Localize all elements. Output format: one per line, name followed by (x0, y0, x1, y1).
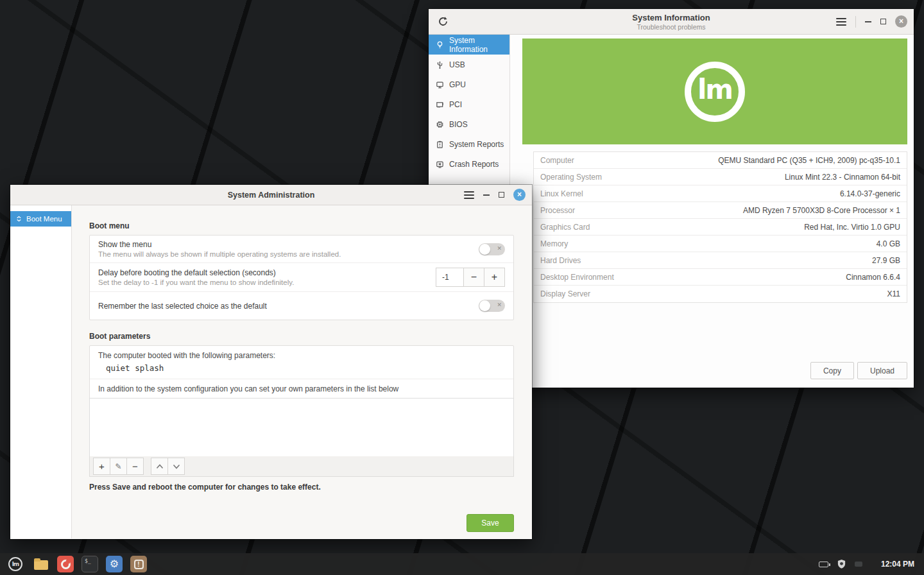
copy-button[interactable]: Copy (810, 362, 854, 379)
sidebar-item-label: USB (449, 60, 465, 69)
table-row: Linux Kernel6.14.0-37-generic (534, 185, 907, 202)
chevron-up-icon (156, 464, 164, 469)
table-row: ProcessorAMD Ryzen 7 5700X3D 8-Core Proc… (534, 202, 907, 219)
sidebar-item-gpu[interactable]: GPU (429, 74, 509, 94)
sysinfo-titlebar[interactable]: System Information Troubleshoot problems… (429, 9, 914, 35)
usb-icon (435, 60, 445, 69)
system-reports-button[interactable]: ! (130, 556, 147, 572)
browser-icon (61, 560, 71, 569)
window-title: System Administration (10, 191, 532, 200)
sidebar-item-system-information[interactable]: System Information (429, 35, 509, 55)
chevron-down-icon (173, 464, 180, 469)
pci-card-icon (435, 99, 445, 109)
toggle-knob (479, 300, 490, 311)
sidebar-item-label: GPU (449, 80, 466, 89)
minimize-button[interactable] (483, 194, 490, 196)
close-button[interactable]: × (513, 189, 526, 201)
boot-parameters-info-box: The computer booted with the following p… (89, 345, 514, 399)
params-description: The computer booted with the following p… (90, 346, 513, 360)
sidebar-item-system-reports[interactable]: System Reports (429, 134, 509, 154)
table-row: Graphics CardRed Hat, Inc. Virtio 1.0 GP… (534, 219, 907, 236)
file-manager-button[interactable] (33, 556, 49, 572)
save-button[interactable]: Save (466, 514, 514, 532)
params-hint: In addition to the system configuration … (90, 379, 513, 399)
mint-logo-icon: lm (8, 557, 22, 571)
up-down-arrows-icon (15, 215, 22, 223)
menu-icon[interactable] (836, 18, 846, 26)
sidebar-item-label: Boot Menu (26, 215, 62, 223)
table-row: Desktop EnvironmentCinnamon 6.6.4 (534, 269, 907, 286)
taskbar: lm $_ ⚙ ! 12:04 PM (0, 553, 924, 575)
delay-value-field[interactable]: -1 (436, 268, 464, 287)
linux-mint-logo-icon: lm (685, 62, 745, 122)
sidebar-item-pci[interactable]: PCI (429, 94, 509, 114)
remove-parameter-button[interactable]: − (126, 458, 144, 475)
show-menu-toggle[interactable]: ✕ (479, 243, 505, 255)
toggle-knob (479, 244, 490, 255)
admin-titlebar[interactable]: System Administration × (10, 185, 532, 205)
maximize-button[interactable] (880, 19, 886, 24)
setting-row-remember: Remember the last selected choice as the… (90, 292, 513, 320)
sidebar-item-label: BIOS (449, 120, 468, 129)
boot-parameters-value: quiet splash (90, 360, 513, 379)
table-row: Operating SystemLinux Mint 22.3 - Cinnam… (534, 169, 907, 185)
table-row: Display ServerX11 (534, 286, 907, 302)
browser-button[interactable] (57, 556, 74, 572)
minimize-button[interactable] (865, 21, 871, 22)
system-info-table: ComputerQEMU Standard PC (Q35 + ICH9, 20… (533, 151, 907, 303)
mint-banner: lm (522, 39, 907, 144)
system-settings-button[interactable]: ⚙ (106, 556, 123, 572)
sidebar-item-label: System Reports (449, 140, 504, 149)
section-header: Boot parameters (89, 332, 150, 341)
remember-choice-toggle[interactable]: ✕ (479, 300, 505, 312)
pencil-icon: ✎ (115, 462, 121, 471)
add-parameter-button[interactable]: + (93, 458, 110, 475)
divider (855, 16, 856, 28)
monitor-icon (435, 80, 445, 89)
upload-button[interactable]: Upload (857, 362, 907, 379)
sidebar-item-label: Crash Reports (449, 160, 499, 169)
sidebar-item-usb[interactable]: USB (429, 55, 509, 74)
sidebar-item-boot-menu[interactable]: Boot Menu (10, 211, 71, 227)
warning-icon: ! (134, 560, 144, 569)
move-up-button[interactable] (151, 458, 168, 475)
delay-spinner: -1 − + (436, 268, 505, 287)
custom-parameters-list[interactable] (89, 398, 514, 457)
battery-icon[interactable] (819, 562, 828, 567)
admin-sidebar: Boot Menu (10, 205, 72, 538)
mint-menu-button[interactable]: lm (6, 554, 25, 574)
terminal-button[interactable]: $_ (81, 556, 98, 572)
menu-icon[interactable] (464, 191, 474, 199)
increment-button[interactable]: + (484, 268, 505, 287)
setting-row-delay: Delay before booting the default selecti… (90, 263, 513, 292)
terminal-icon: $_ (85, 558, 91, 564)
shield-icon[interactable] (837, 559, 846, 569)
table-row: Memory4.0 GB (534, 236, 907, 252)
edit-parameter-button[interactable]: ✎ (110, 458, 127, 475)
maximize-button[interactable] (499, 192, 504, 198)
move-down-button[interactable] (167, 458, 185, 475)
sidebar-item-crash-reports[interactable]: Crash Reports (429, 154, 509, 174)
decrement-button[interactable]: − (464, 268, 484, 287)
admin-content: Boot menu Show the menu The menu will al… (72, 205, 532, 538)
tray-app-icon[interactable] (855, 562, 862, 567)
refresh-button[interactable] (435, 14, 450, 30)
clipboard-icon (435, 139, 445, 149)
table-row: Hard Drives27.9 GB (534, 252, 907, 269)
save-reboot-note: Press Save and reboot the computer for c… (89, 483, 321, 492)
table-row: ComputerQEMU Standard PC (Q35 + ICH9, 20… (534, 152, 907, 169)
crash-screen-icon (435, 159, 445, 169)
close-button[interactable]: × (895, 15, 907, 28)
system-administration-window: System Administration × Boot Menu Boot m… (10, 185, 532, 539)
folder-icon (34, 560, 48, 570)
setting-row-show-menu: Show the menu The menu will always be sh… (90, 236, 513, 263)
section-header: Boot menu (89, 221, 130, 230)
sidebar-item-label: System Information (449, 36, 509, 54)
sidebar-item-bios[interactable]: BIOS (429, 114, 509, 134)
refresh-icon (438, 16, 449, 27)
gear-icon: ⚙ (110, 558, 119, 570)
clock[interactable]: 12:04 PM (881, 560, 914, 569)
list-toolbar: + ✎ − (89, 456, 514, 477)
chip-icon (435, 119, 445, 129)
sysinfo-main: lm ComputerQEMU Standard PC (Q35 + ICH9,… (510, 35, 914, 387)
